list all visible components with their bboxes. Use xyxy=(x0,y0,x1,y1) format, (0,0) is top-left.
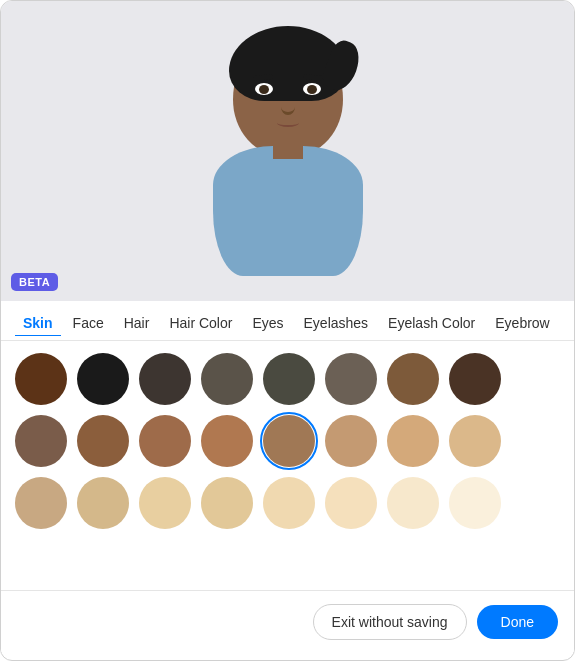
tab-hair-color[interactable]: Hair Color xyxy=(161,311,240,336)
color-swatch[interactable] xyxy=(15,415,67,467)
tab-eyebrow[interactable]: Eyebrow xyxy=(487,311,557,336)
color-swatch[interactable] xyxy=(15,353,67,405)
bottom-bar: Exit without saving Done xyxy=(1,590,574,652)
color-grid-inner xyxy=(15,353,560,529)
color-swatch[interactable] xyxy=(201,415,253,467)
color-grid xyxy=(1,341,574,590)
tab-skin[interactable]: Skin xyxy=(15,311,61,336)
color-swatch[interactable] xyxy=(263,477,315,529)
eyebrow-right xyxy=(302,74,322,81)
color-swatch[interactable] xyxy=(449,477,501,529)
avatar-preview: BETA xyxy=(1,1,574,301)
color-swatch[interactable] xyxy=(139,353,191,405)
mouth xyxy=(277,119,299,127)
color-row xyxy=(15,415,560,467)
color-swatch[interactable] xyxy=(263,353,315,405)
avatar-figure xyxy=(188,21,388,281)
color-swatch[interactable] xyxy=(15,477,67,529)
color-swatch[interactable] xyxy=(139,477,191,529)
color-swatch[interactable] xyxy=(263,415,315,467)
color-swatch[interactable] xyxy=(449,353,501,405)
eye-right xyxy=(303,83,321,95)
color-swatch[interactable] xyxy=(77,415,129,467)
color-swatch[interactable] xyxy=(387,415,439,467)
tab-hair[interactable]: Hair xyxy=(116,311,158,336)
nose xyxy=(281,99,295,115)
color-swatch[interactable] xyxy=(325,477,377,529)
avatar-face xyxy=(233,31,343,156)
exit-without-saving-button[interactable]: Exit without saving xyxy=(313,604,467,640)
beta-badge: BETA xyxy=(11,273,58,291)
done-button[interactable]: Done xyxy=(477,605,558,639)
color-swatch[interactable] xyxy=(387,353,439,405)
tab-eyes[interactable]: Eyes xyxy=(244,311,291,336)
color-swatch[interactable] xyxy=(201,477,253,529)
tabs-row: SkinFaceHairHair ColorEyesEyelashesEyela… xyxy=(1,301,574,341)
color-swatch[interactable] xyxy=(449,415,501,467)
color-row xyxy=(15,477,560,529)
color-swatch[interactable] xyxy=(325,415,377,467)
eye-left xyxy=(255,83,273,95)
tab-eyelashes[interactable]: Eyelashes xyxy=(296,311,377,336)
color-swatch[interactable] xyxy=(77,353,129,405)
color-swatch[interactable] xyxy=(201,353,253,405)
color-swatch[interactable] xyxy=(139,415,191,467)
color-swatch[interactable] xyxy=(325,353,377,405)
color-swatch[interactable] xyxy=(77,477,129,529)
color-swatch[interactable] xyxy=(387,477,439,529)
tab-face[interactable]: Face xyxy=(65,311,112,336)
app-container: BETA SkinFaceHairHair ColorEyesEyelashes… xyxy=(1,1,574,652)
eyebrow-left xyxy=(252,74,272,81)
tab-eyelash-color[interactable]: Eyelash Color xyxy=(380,311,483,336)
color-row xyxy=(15,353,560,405)
tabs-container: SkinFaceHairHair ColorEyesEyelashesEyela… xyxy=(15,311,560,336)
avatar-body xyxy=(213,146,363,276)
